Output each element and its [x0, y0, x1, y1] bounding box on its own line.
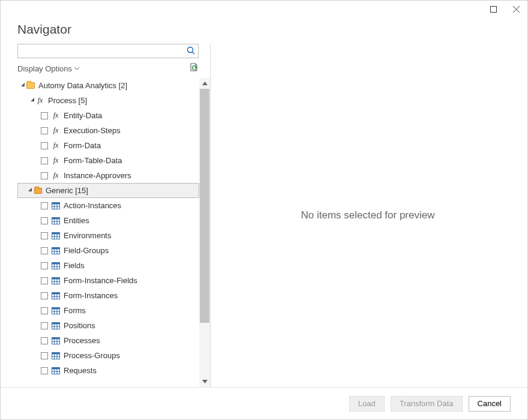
refresh-icon: [190, 63, 199, 73]
table-icon: [52, 367, 60, 375]
checkbox[interactable]: [41, 127, 48, 134]
table-icon: [52, 232, 60, 240]
maximize-button[interactable]: [482, 1, 505, 17]
fx-icon: fx: [52, 112, 60, 120]
collapse-icon[interactable]: [26, 187, 34, 194]
table-icon: [52, 262, 60, 270]
tree-node-process[interactable]: fx Process [5]: [17, 93, 199, 108]
collapse-icon[interactable]: [29, 97, 36, 104]
titlebar: [1, 1, 527, 22]
checkbox[interactable]: [41, 352, 48, 359]
checkbox[interactable]: [41, 262, 48, 269]
tree-leaf[interactable]: Form-Instance-Fields: [17, 273, 199, 288]
search-input[interactable]: [17, 44, 199, 58]
tree-leaf-label: Form-Instances: [64, 291, 196, 300]
transform-data-button[interactable]: Transform Data: [391, 396, 463, 412]
tree-leaf[interactable]: Fields: [17, 258, 199, 273]
tree-node-generic[interactable]: Generic [15]: [17, 183, 199, 198]
tree-leaf[interactable]: Entities: [17, 213, 199, 228]
preview-panel: No items selected for preview: [225, 44, 511, 387]
checkbox[interactable]: [41, 322, 48, 329]
refresh-button[interactable]: [190, 63, 199, 74]
options-bar: Display Options: [17, 63, 199, 74]
svg-marker-69: [202, 82, 208, 85]
search-icon[interactable]: [187, 46, 195, 56]
preview-empty-message: No items selected for preview: [301, 209, 435, 221]
table-icon: [52, 307, 60, 315]
tree-leaf-label: Form-Instance-Fields: [64, 276, 196, 285]
checkbox[interactable]: [41, 367, 48, 374]
tree-node-label: Automy Data Analytics [2]: [38, 81, 196, 90]
tree-leaf[interactable]: Forms: [17, 303, 199, 318]
cancel-button[interactable]: Cancel: [469, 396, 511, 412]
table-icon: [52, 292, 60, 300]
fx-icon: fx: [52, 142, 60, 150]
svg-rect-35: [52, 277, 60, 279]
tree-leaf-label: Forms: [64, 306, 196, 315]
fx-icon: fx: [52, 157, 60, 165]
tree-leaf-label: Execution-Steps: [64, 126, 196, 135]
checkbox[interactable]: [41, 172, 48, 179]
display-options-dropdown[interactable]: Display Options: [17, 64, 79, 73]
checkbox[interactable]: [41, 292, 48, 299]
tree-leaf[interactable]: Action-Instances: [17, 198, 199, 213]
tree: Automy Data Analytics [2] fx Process [5]: [17, 78, 210, 387]
tree-inner: Automy Data Analytics [2] fx Process [5]: [17, 78, 199, 387]
tree-leaf-label: Entities: [64, 216, 196, 225]
tree-node-root[interactable]: Automy Data Analytics [2]: [17, 78, 199, 93]
header: Navigator: [1, 22, 527, 44]
tree-leaf-label: Positions: [64, 321, 196, 330]
tree-leaf[interactable]: fx Instance-Approvers: [17, 168, 199, 183]
checkbox[interactable]: [41, 142, 48, 149]
load-button[interactable]: Load: [349, 396, 385, 412]
display-options-label: Display Options: [17, 64, 72, 73]
fx-icon: fx: [36, 97, 44, 105]
svg-rect-60: [52, 352, 60, 354]
checkbox[interactable]: [41, 337, 48, 344]
tree-leaf[interactable]: Process-Groups: [17, 348, 199, 363]
scroll-thumb[interactable]: [200, 89, 209, 323]
table-icon: [52, 337, 60, 345]
tree-leaf[interactable]: fx Execution-Steps: [17, 123, 199, 138]
tree-leaf[interactable]: Environments: [17, 228, 199, 243]
tree-leaf[interactable]: fx Form-Data: [17, 138, 199, 153]
table-icon: [52, 247, 60, 255]
tree-node-label: Generic [15]: [46, 186, 196, 195]
table-icon: [52, 352, 60, 360]
tree-leaf-label: Field-Groups: [64, 246, 196, 255]
svg-line-4: [193, 52, 195, 55]
tree-scrollbar[interactable]: [199, 78, 210, 387]
tree-leaf[interactable]: Field-Groups: [17, 243, 199, 258]
checkbox[interactable]: [41, 217, 48, 224]
scroll-up-icon[interactable]: [199, 78, 210, 89]
svg-marker-8: [28, 188, 32, 191]
svg-rect-50: [52, 322, 60, 324]
table-icon: [52, 277, 60, 285]
tree-leaf[interactable]: fx Entity-Data: [17, 108, 199, 123]
tree-leaf[interactable]: Requests: [17, 363, 199, 378]
checkbox[interactable]: [41, 112, 48, 119]
checkbox[interactable]: [41, 157, 48, 164]
table-icon: [52, 202, 60, 210]
collapse-icon[interactable]: [19, 82, 26, 89]
tree-leaf-label: Form-Table-Data: [64, 156, 196, 165]
svg-rect-40: [52, 292, 60, 294]
tree-leaf[interactable]: Processes: [17, 333, 199, 348]
svg-marker-70: [202, 380, 208, 383]
tree-leaf[interactable]: fx Form-Table-Data: [17, 153, 199, 168]
tree-leaf[interactable]: Positions: [17, 318, 199, 333]
checkbox[interactable]: [41, 232, 48, 239]
close-button[interactable]: [505, 1, 527, 17]
maximize-icon: [490, 6, 497, 13]
checkbox[interactable]: [41, 307, 48, 314]
tree-leaf[interactable]: Form-Instances: [17, 288, 199, 303]
table-icon: [52, 217, 60, 225]
scroll-down-icon[interactable]: [199, 376, 210, 387]
left-panel: Display Options: [17, 44, 211, 387]
svg-rect-45: [52, 307, 60, 309]
svg-rect-65: [52, 367, 60, 369]
checkbox[interactable]: [41, 247, 48, 254]
checkbox[interactable]: [41, 277, 48, 284]
search-wrap: [17, 44, 199, 58]
checkbox[interactable]: [41, 202, 48, 209]
